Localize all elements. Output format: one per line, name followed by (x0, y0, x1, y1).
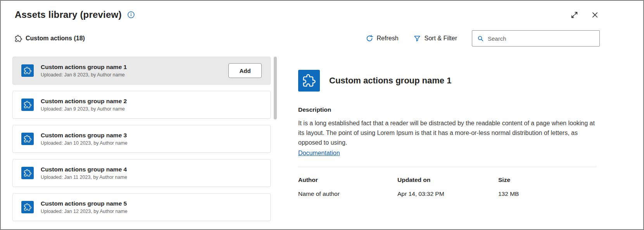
add-button[interactable]: Add (228, 63, 262, 78)
list-item[interactable]: Custom actions group name 1 Uploaded: Ja… (12, 57, 271, 85)
author-label: Author (298, 176, 397, 183)
refresh-label: Refresh (377, 35, 399, 42)
puzzle-icon (21, 99, 34, 111)
puzzle-icon (21, 64, 34, 77)
refresh-icon (366, 35, 373, 42)
main-content: Custom actions group name 1 Uploaded: Ja… (1, 47, 643, 229)
assets-list-pane: Custom actions group name 1 Uploaded: Ja… (12, 57, 281, 229)
list-item-subtitle: Uploaded: Jan 11 2023, by Author name (41, 175, 127, 180)
size-value: 132 MB (498, 190, 597, 197)
refresh-button[interactable]: Refresh (366, 35, 399, 42)
list-item[interactable]: Custom actions group name 4 Uploaded: Ja… (12, 159, 271, 187)
author-value: Name of author (298, 190, 397, 197)
expand-icon[interactable] (570, 10, 579, 20)
scrollbar-thumb[interactable] (274, 57, 277, 119)
sort-filter-label: Sort & Filter (425, 35, 457, 42)
list-scrollbar (274, 57, 277, 220)
size-label: Size (498, 176, 597, 183)
filter-icon (413, 35, 421, 42)
metadata-table: Author Name of author Updated on Apr 14,… (298, 176, 597, 197)
puzzle-icon-large (298, 70, 320, 92)
list-item[interactable]: Custom actions group name 3 Uploaded: Ja… (12, 125, 271, 153)
custom-actions-icon (15, 35, 22, 42)
close-icon[interactable] (590, 10, 600, 20)
list-item-subtitle: Uploaded: Jan 9 2023, by Author name (41, 106, 127, 112)
updated-on-label: Updated on (397, 176, 498, 183)
section-label: Custom actions (18) (15, 35, 85, 42)
description-label: Description (298, 106, 597, 113)
documentation-link[interactable]: Documentation (298, 150, 340, 157)
meta-column-updated: Updated on Apr 14, 03:32 PM (397, 176, 498, 197)
list-item-title: Custom actions group name 2 (41, 98, 127, 105)
list-item-title: Custom actions group name 4 (41, 166, 127, 173)
search-box (472, 30, 600, 47)
search-icon (477, 35, 484, 42)
list-item-title: Custom actions group name 1 (41, 64, 127, 71)
puzzle-icon (21, 133, 34, 145)
list-item[interactable]: Custom actions group name 2 Uploaded: Ja… (12, 91, 271, 119)
description-text: It is a long established fact that a rea… (298, 119, 597, 147)
search-input[interactable] (488, 35, 595, 42)
list-item-title: Custom actions group name 3 (41, 132, 128, 139)
puzzle-icon (21, 167, 34, 179)
assets-library-dialog: Assets library (preview) (0, 0, 644, 230)
section-label-text: Custom actions (18) (26, 35, 85, 42)
list-item[interactable]: Custom actions group name 5 Uploaded: Ja… (12, 193, 271, 221)
list-item-subtitle: Uploaded: Jan 8 2023, by Author name (41, 72, 127, 78)
list-item-title: Custom actions group name 5 (41, 200, 128, 207)
info-icon[interactable] (126, 10, 136, 19)
page-title: Assets library (preview) (15, 9, 122, 20)
divider (298, 167, 597, 167)
list-item-subtitle: Uploaded: Jan 12 2023, by Author name (41, 209, 128, 214)
dialog-header: Assets library (preview) (1, 1, 643, 47)
list-item-subtitle: Uploaded: Jan 10 2023, by Author name (41, 140, 128, 146)
asset-detail-pane: Custom actions group name 1 Description … (281, 57, 643, 229)
toolbar: Custom actions (18) Refresh (15, 30, 600, 47)
detail-title: Custom actions group name 1 (329, 76, 451, 86)
updated-on-value: Apr 14, 03:32 PM (397, 190, 498, 197)
meta-column-author: Author Name of author (298, 176, 397, 197)
puzzle-icon (21, 201, 34, 213)
meta-column-size: Size 132 MB (498, 176, 597, 197)
sort-filter-button[interactable]: Sort & Filter (413, 35, 457, 42)
